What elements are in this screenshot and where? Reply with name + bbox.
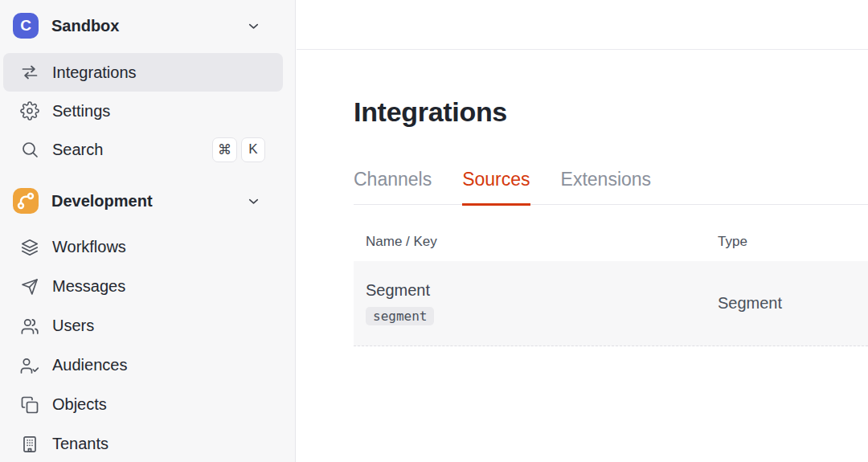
- sidebar-item-label: Integrations: [52, 63, 137, 82]
- source-name-key-cell: Segment segment: [366, 281, 718, 325]
- sidebar-nav-top: Integrations Settings Search ⌘ K: [0, 53, 295, 169]
- sidebar-item-search[interactable]: Search ⌘ K: [3, 130, 283, 169]
- sidebar-item-settings[interactable]: Settings: [3, 92, 283, 130]
- sidebar-item-label: Tenants: [52, 435, 108, 453]
- sidebar-item-label: Audiences: [52, 356, 127, 374]
- table-row[interactable]: Segment segment Segment: [354, 261, 868, 346]
- sidebar-item-tenants[interactable]: Tenants: [3, 424, 283, 462]
- sidebar-item-label: Settings: [52, 102, 110, 121]
- sidebar-item-workflows[interactable]: Workflows: [3, 227, 283, 267]
- search-icon: [20, 140, 39, 159]
- tab-channels[interactable]: Channels: [354, 169, 432, 206]
- swap-arrows-icon: [20, 63, 39, 82]
- gear-icon: [20, 101, 39, 121]
- top-bar: [297, 0, 868, 50]
- sidebar-item-label: Users: [52, 317, 94, 335]
- layers-icon: [20, 238, 39, 257]
- section-label: Development: [51, 192, 153, 211]
- k-key-badge: K: [241, 137, 265, 162]
- copy-icon: [20, 395, 39, 415]
- building-icon: [20, 435, 39, 454]
- users-icon: [20, 317, 39, 336]
- paper-plane-icon: [20, 277, 39, 296]
- main-area: Integrations Channels Sources Extensions…: [297, 0, 868, 462]
- sidebar-item-label: Messages: [52, 277, 125, 296]
- user-check-icon: [20, 356, 39, 375]
- sidebar-nav-development: Workflows Messages Users: [0, 227, 295, 462]
- sidebar-item-users[interactable]: Users: [3, 306, 283, 345]
- tab-sources[interactable]: Sources: [462, 169, 530, 206]
- workspace-switcher-sandbox[interactable]: C Sandbox: [0, 10, 295, 42]
- workspace-label: Sandbox: [51, 17, 119, 35]
- workspace-section-development[interactable]: Development: [0, 182, 295, 219]
- integrations-tabs: Channels Sources Extensions: [354, 169, 868, 205]
- branch-icon: [13, 188, 39, 214]
- integrations-page: Integrations Channels Sources Extensions…: [354, 95, 868, 346]
- source-type-cell: Segment: [718, 294, 782, 313]
- sidebar: C Sandbox Integrations Settings: [0, 0, 296, 462]
- table-header: Name / Key Type: [354, 205, 868, 261]
- sidebar-item-integrations[interactable]: Integrations: [3, 53, 283, 92]
- search-shortcut: ⌘ K: [212, 137, 283, 162]
- courier-logo: C: [13, 13, 39, 39]
- chevron-down-icon: [246, 194, 261, 209]
- sources-table: Name / Key Type Segment segment Segment: [354, 205, 868, 346]
- command-key-badge: ⌘: [212, 137, 237, 162]
- column-header-name-key: Name / Key: [366, 234, 718, 250]
- page-title: Integrations: [354, 95, 868, 129]
- sidebar-item-objects[interactable]: Objects: [3, 385, 283, 424]
- tab-extensions[interactable]: Extensions: [561, 169, 652, 206]
- sidebar-item-audiences[interactable]: Audiences: [3, 345, 283, 385]
- source-name: Segment: [366, 281, 718, 300]
- sidebar-item-label: Workflows: [52, 238, 126, 256]
- chevron-down-icon: [246, 18, 261, 34]
- sidebar-item-label: Search: [52, 141, 103, 159]
- sidebar-item-label: Objects: [52, 395, 107, 414]
- source-key-badge: segment: [366, 307, 434, 325]
- sidebar-item-messages[interactable]: Messages: [3, 267, 283, 306]
- column-header-type: Type: [718, 234, 747, 250]
